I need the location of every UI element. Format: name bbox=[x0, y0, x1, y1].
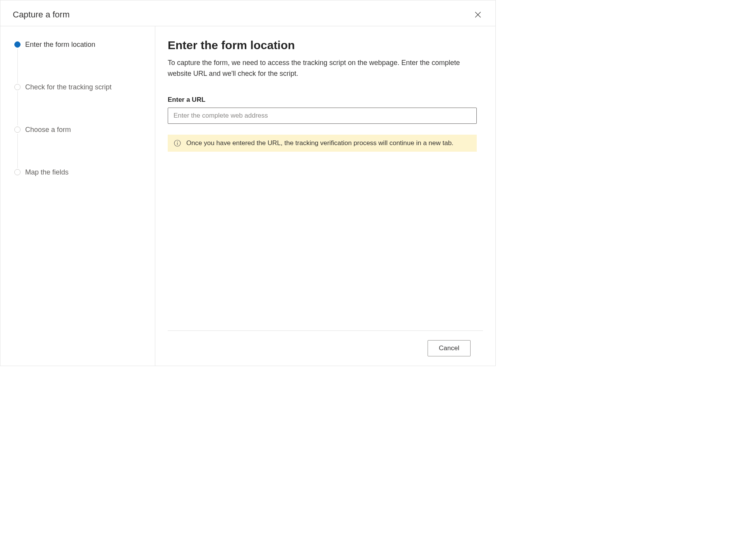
step-indicator-icon bbox=[14, 84, 21, 90]
step-enter-form-location[interactable]: Enter the form location bbox=[14, 40, 146, 83]
step-label: Choose a form bbox=[25, 126, 71, 134]
step-indicator-icon bbox=[14, 127, 21, 133]
close-button[interactable] bbox=[473, 10, 483, 20]
close-icon bbox=[474, 11, 481, 18]
svg-point-3 bbox=[177, 141, 178, 142]
step-label: Enter the form location bbox=[25, 41, 95, 48]
dialog-body: Enter the form location Check for the tr… bbox=[0, 26, 495, 366]
wizard-content: Enter the form location To capture the f… bbox=[168, 39, 483, 330]
step-indicator-icon bbox=[14, 169, 21, 175]
cancel-button[interactable]: Cancel bbox=[428, 340, 471, 356]
step-label: Check for the tracking script bbox=[25, 83, 112, 91]
step-list: Enter the form location Check for the tr… bbox=[14, 40, 146, 176]
step-choose-a-form[interactable]: Choose a form bbox=[14, 125, 146, 168]
step-map-the-fields[interactable]: Map the fields bbox=[14, 168, 146, 176]
url-field-label: Enter a URL bbox=[168, 96, 483, 104]
wizard-steps-sidebar: Enter the form location Check for the tr… bbox=[0, 26, 155, 366]
page-title: Enter the form location bbox=[168, 39, 483, 52]
step-check-tracking-script[interactable]: Check for the tracking script bbox=[14, 83, 146, 125]
dialog-footer: Cancel bbox=[168, 330, 483, 366]
step-indicator-icon bbox=[14, 41, 21, 48]
svg-rect-4 bbox=[177, 143, 177, 145]
dialog-title: Capture a form bbox=[13, 10, 70, 20]
url-input[interactable] bbox=[168, 108, 477, 124]
page-description: To capture the form, we need to access t… bbox=[168, 57, 466, 79]
info-text: Once you have entered the URL, the track… bbox=[186, 139, 454, 147]
step-label: Map the fields bbox=[25, 168, 69, 176]
info-banner: Once you have entered the URL, the track… bbox=[168, 135, 477, 152]
dialog-header: Capture a form bbox=[0, 0, 495, 26]
wizard-main-panel: Enter the form location To capture the f… bbox=[155, 26, 495, 366]
info-icon bbox=[174, 140, 181, 147]
